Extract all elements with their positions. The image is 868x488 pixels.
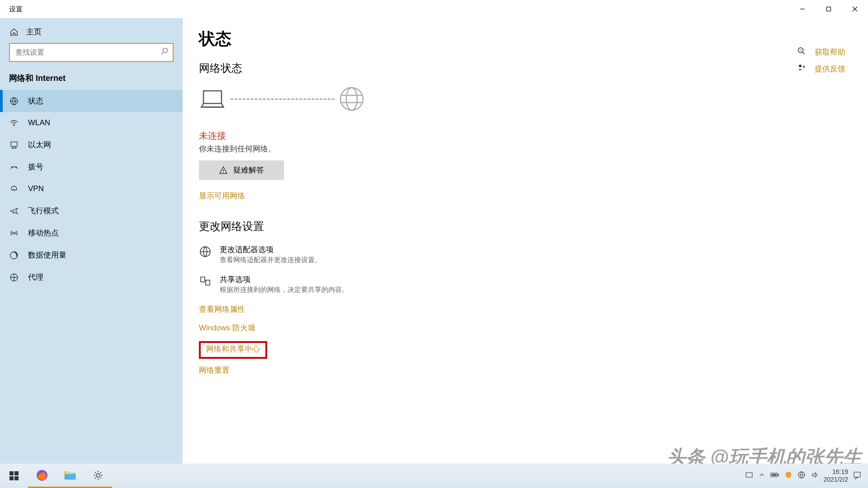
proxy-icon bbox=[9, 272, 19, 282]
battery-icon[interactable] bbox=[770, 472, 779, 480]
sharing-icon bbox=[199, 275, 212, 288]
svg-rect-32 bbox=[854, 472, 860, 477]
svg-rect-25 bbox=[65, 474, 75, 479]
sidebar-home[interactable]: 主页 bbox=[0, 21, 183, 43]
adapter-options-row[interactable]: 更改适配器选项 查看网络适配器并更改连接设置。 bbox=[199, 244, 852, 264]
taskbar-clock[interactable]: 16:19 2021/2/2 bbox=[824, 468, 849, 483]
minimize-button[interactable] bbox=[789, 0, 816, 18]
sidebar-item-airplane[interactable]: 飞行模式 bbox=[0, 200, 183, 222]
sidebar-item-label: VPN bbox=[28, 184, 44, 193]
not-connected-title: 未连接 bbox=[199, 130, 852, 142]
taskbar-explorer[interactable] bbox=[56, 464, 84, 488]
volume-icon[interactable] bbox=[811, 471, 819, 481]
window-title: 设置 bbox=[9, 5, 23, 14]
network-reset-link[interactable]: 网络重置 bbox=[199, 365, 852, 375]
svg-rect-30 bbox=[778, 474, 779, 476]
titlebar: 设置 bbox=[0, 0, 868, 18]
taskbar-date: 2021/2/2 bbox=[824, 476, 849, 483]
get-help-link[interactable]: ? 获取帮助 bbox=[797, 47, 845, 57]
svg-rect-23 bbox=[14, 476, 19, 480]
window-controls bbox=[789, 0, 868, 18]
content: 状态 网络状态 未连接 你未连接到任何网络。 疑难解答 显示可用网络 更改网络设… bbox=[183, 18, 868, 470]
sharing-title: 共享选项 bbox=[220, 274, 349, 285]
vpn-icon bbox=[9, 184, 19, 194]
sidebar-home-label: 主页 bbox=[26, 27, 42, 37]
svg-text:?: ? bbox=[800, 48, 802, 52]
sidebar-item-dialup[interactable]: 拨号 bbox=[0, 156, 183, 178]
sidebar-item-label: WLAN bbox=[28, 118, 50, 127]
sidebar-group-title: 网络和 Internet bbox=[0, 69, 183, 90]
sidebar-item-hotspot[interactable]: 移动热点 bbox=[0, 222, 183, 244]
sidebar-item-data-usage[interactable]: 数据使用量 bbox=[0, 244, 183, 266]
close-button[interactable] bbox=[842, 0, 868, 18]
svg-point-12 bbox=[346, 88, 357, 110]
sidebar-item-vpn[interactable]: VPN bbox=[0, 178, 183, 200]
svg-point-3 bbox=[14, 125, 14, 126]
dialup-icon bbox=[9, 162, 19, 172]
tray-shield-icon[interactable] bbox=[785, 471, 792, 480]
adapter-title: 更改适配器选项 bbox=[220, 244, 321, 255]
gear-icon bbox=[92, 469, 104, 481]
feedback-link[interactable]: 提供反馈 bbox=[797, 64, 845, 74]
firefox-icon bbox=[36, 469, 48, 482]
windows-icon bbox=[9, 471, 19, 481]
svg-point-11 bbox=[340, 88, 363, 110]
settings-window: 设置 主页 bbox=[0, 0, 868, 470]
svg-rect-29 bbox=[772, 474, 777, 476]
sidebar-item-label: 拨号 bbox=[28, 162, 43, 172]
svg-point-26 bbox=[96, 474, 100, 477]
help-links: ? 获取帮助 提供反馈 bbox=[797, 47, 845, 74]
sidebar-item-label: 状态 bbox=[28, 96, 43, 106]
svg-point-1 bbox=[163, 48, 168, 53]
sharing-center-link[interactable]: 网络和共享中心 bbox=[206, 344, 260, 354]
firewall-link[interactable]: Windows 防火墙 bbox=[199, 323, 852, 333]
data-usage-icon bbox=[9, 250, 19, 260]
home-icon bbox=[9, 27, 19, 37]
sidebar-item-status[interactable]: 状态 bbox=[0, 90, 183, 112]
taskbar-left bbox=[0, 464, 112, 488]
section-network-status: 网络状态 bbox=[199, 61, 852, 75]
search-icon bbox=[161, 47, 168, 57]
taskbar-firefox[interactable] bbox=[28, 464, 56, 488]
folder-icon bbox=[64, 470, 76, 481]
not-connected-desc: 你未连接到任何网络。 bbox=[199, 144, 852, 154]
help-icon: ? bbox=[797, 47, 807, 57]
start-button[interactable] bbox=[0, 464, 28, 488]
maximize-button[interactable] bbox=[816, 0, 842, 18]
chevron-up-icon[interactable] bbox=[759, 472, 765, 480]
svg-rect-21 bbox=[14, 471, 19, 475]
page-title: 状态 bbox=[199, 28, 852, 50]
hotspot-icon bbox=[9, 228, 19, 238]
svg-rect-10 bbox=[203, 91, 222, 103]
sharing-options-row[interactable]: 共享选项 根据所连接到的网络，决定要共享的内容。 bbox=[199, 274, 852, 294]
action-center-icon[interactable] bbox=[853, 471, 862, 481]
sidebar-item-label: 数据使用量 bbox=[28, 250, 66, 260]
svg-point-13 bbox=[223, 172, 224, 173]
globe-large-icon bbox=[339, 86, 364, 112]
svg-rect-0 bbox=[827, 7, 831, 11]
adapter-desc: 查看网络适配器并更改连接设置。 bbox=[220, 256, 321, 264]
search-input[interactable] bbox=[9, 43, 174, 62]
troubleshoot-label: 疑难解答 bbox=[233, 165, 264, 175]
sidebar: 主页 网络和 Internet 状态 WLAN bbox=[0, 18, 183, 470]
svg-rect-4 bbox=[11, 142, 17, 146]
network-tray-icon[interactable] bbox=[797, 471, 806, 481]
svg-point-19 bbox=[799, 65, 802, 67]
taskbar-settings[interactable] bbox=[84, 464, 112, 488]
sidebar-item-ethernet[interactable]: 以太网 bbox=[0, 134, 183, 156]
sidebar-item-label: 以太网 bbox=[28, 140, 51, 150]
airplane-icon bbox=[9, 206, 19, 216]
show-networks-link[interactable]: 显示可用网络 bbox=[199, 191, 852, 201]
svg-rect-20 bbox=[9, 471, 14, 475]
network-diagram bbox=[199, 86, 852, 112]
sidebar-item-proxy[interactable]: 代理 bbox=[0, 266, 183, 288]
get-help-label: 获取帮助 bbox=[815, 47, 845, 57]
troubleshoot-button[interactable]: 疑难解答 bbox=[199, 160, 284, 180]
laptop-icon bbox=[199, 88, 226, 110]
tray-app-icon[interactable] bbox=[745, 471, 753, 481]
section-change-settings: 更改网络设置 bbox=[199, 219, 852, 234]
view-props-link[interactable]: 查看网络属性 bbox=[199, 304, 852, 314]
sidebar-item-wlan[interactable]: WLAN bbox=[0, 112, 183, 134]
window-body: 主页 网络和 Internet 状态 WLAN bbox=[0, 18, 868, 470]
feedback-icon bbox=[797, 64, 807, 74]
